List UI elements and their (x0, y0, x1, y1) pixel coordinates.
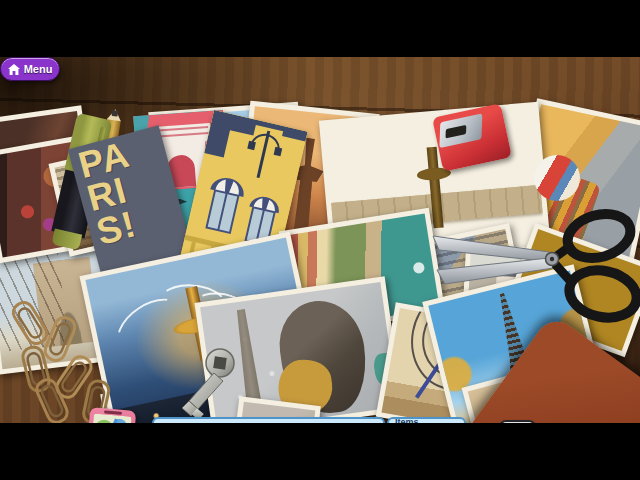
metal-key (180, 347, 238, 421)
letterbox-bottom (0, 423, 640, 480)
letterbox-top (0, 0, 640, 57)
home-icon (8, 64, 20, 75)
menu-button[interactable]: Menu (0, 57, 60, 81)
menu-button-label: Menu (24, 63, 53, 75)
game-screen: PA RI S! (0, 0, 640, 480)
scissors (423, 200, 640, 330)
paperclip-chain (8, 295, 126, 425)
wood-desk-background: PA RI S! (0, 57, 640, 423)
